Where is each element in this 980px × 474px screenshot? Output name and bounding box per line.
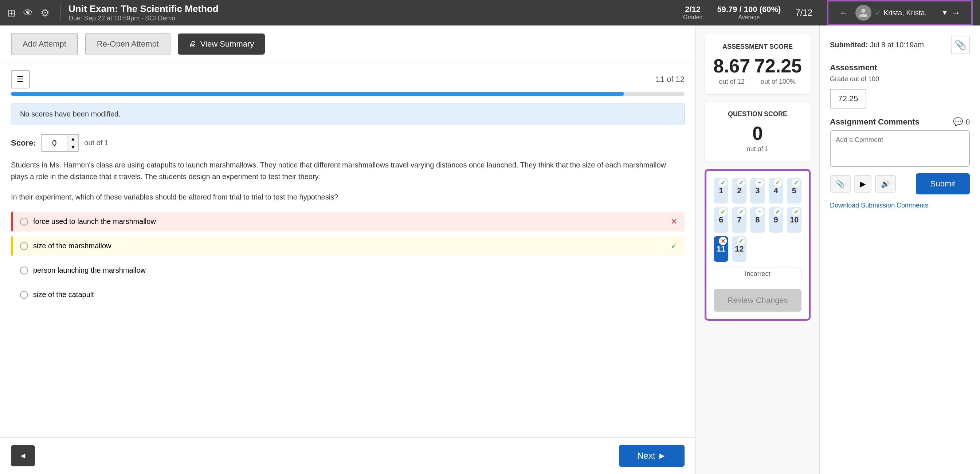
right-panel: Submitted: Jul 8 at 10:19am 📎 Assessment… bbox=[820, 25, 980, 474]
graded-value: 2/12 bbox=[683, 5, 702, 14]
question-paragraph: Students in Ms. Harmen's class are using… bbox=[11, 159, 684, 182]
grid-cell-6[interactable]: 6 bbox=[714, 207, 728, 233]
question-counter: 11 of 12 bbox=[655, 75, 684, 84]
avatar-icon bbox=[858, 8, 869, 18]
progress-bar-container bbox=[11, 92, 684, 96]
grid-cell-11[interactable]: 11 bbox=[714, 236, 728, 262]
grid-cell-3[interactable]: 3 bbox=[750, 178, 765, 203]
back-button[interactable]: ◄ bbox=[11, 445, 35, 466]
attachment-icon[interactable]: 📎 bbox=[951, 36, 970, 54]
question-score-card: QUESTION SCORE 0 out of 1 bbox=[705, 101, 811, 162]
comment-count: 💬 0 bbox=[953, 117, 970, 127]
grid-cell-10[interactable]: 10 bbox=[787, 207, 802, 233]
grid-cell-9[interactable]: 9 bbox=[769, 207, 783, 233]
main-content: Add Attempt Re-Open Attempt 🖨 View Summa… bbox=[0, 25, 980, 474]
radio-circle-1 bbox=[20, 218, 28, 226]
score-row: Score: ▲ ▼ out of 1 bbox=[11, 134, 684, 152]
assessment-score-card: ASSESSMENT SCORE 8.67 out of 12 72.25 ou… bbox=[705, 34, 811, 94]
score-input-container: ▲ ▼ bbox=[41, 134, 79, 152]
bottom-navigation: ◄ Next ► bbox=[0, 437, 695, 474]
submitted-prefix: Submitted: bbox=[830, 41, 868, 49]
center-panel: ASSESSMENT SCORE 8.67 out of 12 72.25 ou… bbox=[696, 25, 820, 474]
grid-cell-1[interactable]: 1 bbox=[714, 178, 728, 203]
grid-cell-8[interactable]: 8 bbox=[750, 207, 765, 233]
nav-stats: 2/12 Graded 59.79 / 100 (60%) Average bbox=[683, 5, 781, 21]
question-score-big: 0 bbox=[713, 123, 802, 144]
score-pct-block: 72.25 out of 100% bbox=[754, 56, 802, 86]
question-prompt: In their experiment, which of these vari… bbox=[11, 191, 684, 203]
grid-cell-5[interactable]: 5 bbox=[787, 178, 802, 203]
audio-button[interactable]: 🔊 bbox=[875, 175, 896, 193]
progress-bar-fill bbox=[11, 92, 624, 96]
submitted-date: Jul 8 at 10:19am bbox=[870, 41, 924, 49]
answer-indicator-1: ✕ bbox=[671, 217, 677, 227]
score-out-12: out of 12 bbox=[713, 78, 750, 86]
score-out-100: out of 100% bbox=[754, 78, 802, 86]
score-percent: 72.25 bbox=[754, 56, 802, 76]
radio-circle-3 bbox=[20, 266, 28, 274]
answer-option-2[interactable]: size of the marshmallow ✓ bbox=[11, 236, 684, 256]
review-changes-button[interactable]: Review Changes bbox=[714, 289, 802, 312]
add-attempt-button[interactable]: Add Attempt bbox=[11, 33, 78, 55]
view-summary-button[interactable]: 🖨 View Summary bbox=[178, 33, 265, 55]
user-name: Krista, Krista, bbox=[883, 9, 938, 17]
nav-next-arrow[interactable]: → bbox=[951, 8, 960, 18]
answer-indicator-2: ✓ bbox=[671, 241, 677, 251]
grid-cell-4[interactable]: 4 bbox=[769, 178, 783, 203]
user-check-icon: ✓ bbox=[875, 8, 881, 17]
settings-icon[interactable]: ⚙ bbox=[40, 7, 49, 19]
answer-text-2: size of the marshmallow bbox=[33, 242, 677, 250]
question-score-title: QUESTION SCORE bbox=[713, 110, 802, 118]
exam-due: Due: Sep 22 at 10:59pm · SCI Demo bbox=[68, 14, 683, 22]
grid-cell-2[interactable]: 2 bbox=[732, 178, 746, 203]
print-icon: 🖨 bbox=[189, 39, 197, 49]
grid-cell-7[interactable]: 7 bbox=[732, 207, 746, 233]
score-big-num: 8.67 bbox=[713, 56, 750, 76]
submitted-text: Submitted: Jul 8 at 10:19am bbox=[830, 41, 924, 49]
answer-text-4: size of the catapult bbox=[33, 290, 677, 299]
question-area: ☰ 11 of 12 No scores have been modified.… bbox=[0, 63, 695, 437]
answer-option-3[interactable]: person launching the marshmallow bbox=[11, 260, 684, 280]
comment-header: Assignment Comments 💬 0 bbox=[830, 117, 970, 127]
nav-icon-group: ⊞ 👁 ⚙ bbox=[7, 7, 49, 19]
user-avatar bbox=[855, 5, 872, 21]
user-navigation: ← ✓ Krista, Krista, ▼ → bbox=[827, 0, 973, 25]
score-input[interactable] bbox=[41, 135, 67, 151]
answer-option-1[interactable]: force used to launch the marshmallow ✕ bbox=[11, 211, 684, 231]
incorrect-label: Incorrect bbox=[714, 268, 802, 280]
attach-file-button[interactable]: 📎 bbox=[830, 175, 851, 193]
comment-textarea[interactable] bbox=[830, 130, 970, 167]
answer-option-4[interactable]: size of the catapult bbox=[11, 285, 684, 305]
grade-out-of-label: Grade out of 100 bbox=[830, 75, 970, 83]
comments-section-title: Assignment Comments bbox=[830, 117, 920, 127]
user-dropdown-icon[interactable]: ▼ bbox=[941, 9, 948, 17]
comment-count-value: 0 bbox=[966, 118, 970, 126]
view-summary-label: View Summary bbox=[200, 39, 254, 49]
nav-prev-arrow[interactable]: ← bbox=[839, 8, 848, 18]
reopen-attempt-button[interactable]: Re-Open Attempt bbox=[85, 33, 170, 55]
submit-button[interactable]: Submit bbox=[916, 173, 970, 194]
radio-circle-2 bbox=[20, 242, 28, 250]
nav-divider bbox=[60, 4, 61, 22]
score-num-block: 8.67 out of 12 bbox=[713, 56, 750, 86]
grid-cell-12[interactable]: 12 bbox=[732, 236, 746, 262]
graded-label: Graded bbox=[683, 14, 702, 21]
score-up-button[interactable]: ▲ bbox=[67, 135, 78, 143]
next-button[interactable]: Next ► bbox=[619, 445, 684, 467]
eye-icon[interactable]: 👁 bbox=[23, 7, 33, 19]
answer-text-3: person launching the marshmallow bbox=[33, 266, 677, 274]
dashboard-icon[interactable]: ⊞ bbox=[7, 7, 16, 19]
download-submission-link[interactable]: Download Submission Comments bbox=[830, 202, 970, 209]
average-value: 59.79 / 100 (60%) bbox=[717, 5, 781, 14]
question-nav-bar: ☰ 11 of 12 bbox=[11, 70, 684, 89]
hamburger-button[interactable]: ☰ bbox=[11, 70, 30, 89]
grade-input-box[interactable]: 72.25 bbox=[830, 89, 866, 108]
submitted-row: Submitted: Jul 8 at 10:19am 📎 bbox=[830, 36, 970, 54]
video-button[interactable]: ▶ bbox=[854, 175, 872, 193]
comment-tools: 📎 ▶ 🔊 Submit bbox=[830, 173, 970, 194]
average-stat: 59.79 / 100 (60%) Average bbox=[717, 5, 781, 21]
comment-icon: 💬 bbox=[953, 117, 963, 127]
score-down-button[interactable]: ▼ bbox=[67, 143, 78, 151]
score-label: Score: bbox=[11, 138, 36, 148]
answer-text-1: force used to launch the marshmallow bbox=[33, 217, 677, 226]
